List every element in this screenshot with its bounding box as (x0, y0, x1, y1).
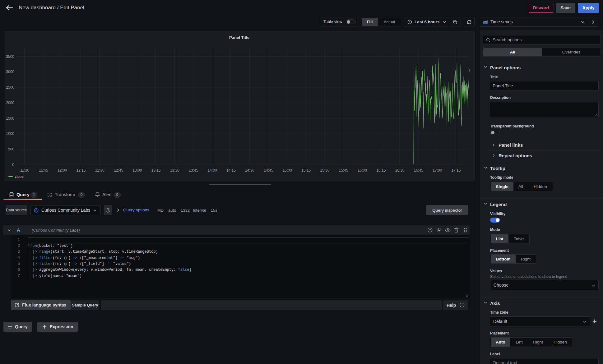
svg-text:?: ? (429, 228, 431, 232)
svg-text:?: ? (107, 209, 109, 212)
